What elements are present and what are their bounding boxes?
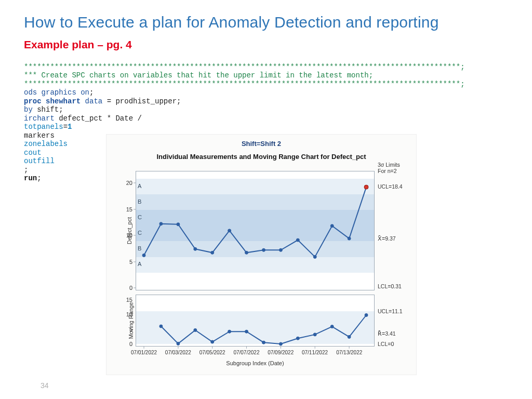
ytick-top-0: 0 (120, 285, 132, 291)
svg-point-20 (159, 325, 163, 328)
lcl-label-top: LCL=0.31 (378, 283, 402, 289)
svg-point-25 (245, 330, 248, 333)
svg-point-31 (348, 335, 351, 338)
code-sep1: ****************************************… (24, 63, 465, 71)
svg-point-16 (330, 224, 334, 228)
svg-point-12 (262, 248, 265, 251)
svg-point-32 (365, 314, 368, 317)
ytick-top-15: 15 (120, 206, 132, 212)
sigma-label: 3σ LimitsFor n=2 (378, 162, 400, 174)
svg-point-17 (348, 237, 351, 240)
svg-point-18 (364, 185, 368, 189)
code-l1b: ; (89, 88, 94, 97)
svg-point-21 (177, 342, 180, 345)
xtick-1: 07/03/2022 (165, 350, 191, 355)
mean-label-top: X̄=9.37 (378, 235, 396, 242)
xtick-2: 07/05/2022 (200, 350, 225, 355)
section-subtitle: Example plan – pg. 4 (24, 38, 508, 51)
code-l11a: run (24, 174, 37, 182)
ytick-bot-0: 0 (120, 341, 132, 347)
svg-point-22 (194, 328, 197, 331)
svg-point-30 (330, 325, 334, 328)
y-axis-label-top: Defect_pct (126, 217, 132, 245)
code-l4b: defect_pct * Date / (55, 114, 142, 123)
page-title: How to Execute a plan for Anomaly Detect… (24, 14, 508, 31)
xtick-6: 07/13/2022 (336, 350, 362, 355)
xtick-0: 07/01/2022 (131, 350, 157, 355)
lcl-label-bot: LCL=0 (378, 341, 394, 347)
ucl-label-bot: UCL=11.1 (378, 308, 403, 314)
chart-shift-label: Shift=Shift 2 (107, 135, 416, 148)
svg-point-14 (296, 238, 299, 242)
code-l2b: data (81, 97, 102, 105)
code-l2a: proc shewhart (24, 97, 81, 105)
ytick-bot-5: 5 (120, 326, 132, 332)
svg-point-11 (245, 251, 248, 254)
code-l2c: = prodhist_upper; (102, 97, 181, 105)
code-l6: markers (24, 131, 55, 140)
chart-panel-moving-range: Moving Range 0 5 10 15 UCL=11.1 R̄=3.41 … (136, 295, 375, 347)
code-l3b: shift; (33, 105, 63, 114)
svg-point-23 (211, 340, 214, 343)
svg-point-10 (228, 229, 231, 232)
y-axis-label-bot: Moving Range (128, 302, 134, 339)
xtick-3: 07/07/2022 (233, 350, 259, 355)
top-plot-svg (136, 171, 375, 290)
svg-point-28 (296, 337, 299, 340)
code-l11b: ; (37, 174, 41, 182)
svg-point-5 (142, 254, 145, 257)
code-l7: zonelabels (24, 140, 68, 148)
chart-title: Individual Measurements and Moving Range… (107, 148, 416, 163)
code-l5b: 1 (68, 123, 72, 131)
page-number: 34 (41, 381, 49, 390)
code-l1a: ods graphics on (24, 88, 89, 97)
xtick-5: 07/11/2022 (302, 350, 328, 355)
svg-point-26 (262, 341, 265, 344)
code-l8: cout (24, 149, 42, 157)
ytick-bot-15: 15 (120, 297, 132, 303)
svg-point-29 (313, 333, 316, 336)
ytick-bot-10: 10 (120, 311, 132, 317)
ytick-top-5: 5 (120, 259, 132, 265)
spc-chart: Shift=Shift 2 Individual Measurements an… (106, 134, 417, 375)
mean-label-bot: R̄=3.41 (378, 330, 396, 337)
code-sep2: ****************************************… (24, 80, 465, 88)
chart-panel-individual: A B C C B A Defect_pct 0 5 10 15 20 3σ L… (136, 171, 375, 290)
x-axis-label: Subgroup Index (Date) (226, 360, 284, 366)
code-l9: outfill (24, 157, 55, 165)
svg-point-9 (211, 251, 214, 254)
ucl-label-top: UCL=18.4 (378, 183, 403, 190)
svg-point-7 (177, 223, 180, 226)
svg-point-6 (159, 222, 163, 225)
xtick-4: 07/09/2022 (268, 350, 294, 355)
code-l4a: irchart (24, 114, 55, 123)
svg-point-8 (194, 247, 197, 250)
code-l10: ; (24, 166, 28, 174)
svg-point-13 (279, 248, 282, 251)
svg-point-27 (279, 342, 282, 345)
ytick-top-20: 20 (120, 180, 132, 186)
svg-rect-19 (136, 311, 375, 344)
code-l3a: by (24, 105, 33, 114)
svg-point-15 (313, 255, 316, 258)
code-l5a: totpanels (24, 123, 63, 131)
code-l5eq: = (63, 123, 68, 131)
bot-plot-svg (136, 295, 375, 347)
svg-point-24 (228, 330, 231, 333)
ytick-top-10: 10 (120, 232, 132, 238)
code-comment: *** Create SPC charts on variables that … (24, 71, 373, 79)
